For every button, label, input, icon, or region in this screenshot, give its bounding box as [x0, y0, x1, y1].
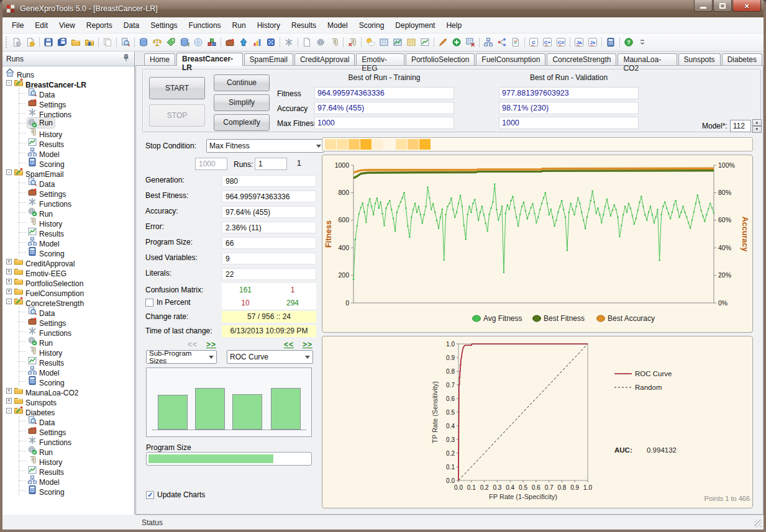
pin-icon[interactable] [122, 53, 130, 64]
model-spin-up-icon[interactable]: ▲ [752, 119, 762, 126]
tree-item-breastcancer-lr-data[interactable]: Data [2, 88, 134, 98]
history-stop-icon[interactable] [345, 35, 359, 49]
resize-grip[interactable] [754, 520, 762, 528]
tree-item-diabetes-data[interactable]: Data [2, 416, 134, 426]
menu-view[interactable]: View [53, 19, 81, 32]
collapse-icon[interactable]: - [6, 408, 12, 413]
dice-icon[interactable] [264, 35, 278, 49]
scoring-icon[interactable] [604, 35, 618, 49]
training-max-fitness-field[interactable]: 1000 [314, 117, 454, 129]
tab-portfolioselection[interactable]: PortfolioSelection [406, 53, 475, 65]
tree-project-concretestrength[interactable]: -ConcreteStrength [2, 297, 134, 307]
strip-cell-3[interactable] [360, 139, 372, 150]
report-icon[interactable] [509, 35, 522, 49]
tree-item-spamemail-data[interactable]: Data [2, 178, 134, 187]
tree-project-diabetes[interactable]: -Diabetes [2, 406, 134, 416]
code-js-icon[interactable]: Js [586, 35, 600, 49]
expand-icon[interactable]: + [6, 289, 12, 294]
tab-fuelconsumption[interactable]: FuelConsumption [476, 53, 545, 65]
strip-cell-8[interactable] [419, 139, 431, 150]
model-spin-down-icon[interactable]: ▼ [752, 126, 762, 133]
expand-icon[interactable]: + [6, 398, 12, 404]
runs-input[interactable]: 1 [255, 158, 287, 170]
scales-icon[interactable] [150, 35, 164, 49]
grid-yellow-icon[interactable] [404, 35, 418, 49]
tree-item-concretestrength-data[interactable]: Data [2, 307, 134, 317]
tree-item-concretestrength-model[interactable]: Model [2, 366, 134, 376]
tree-item-diabetes-results[interactable]: Results [2, 466, 134, 476]
collapse-icon[interactable]: - [6, 299, 12, 304]
folder-open-icon[interactable] [69, 35, 83, 49]
add-icon[interactable] [450, 35, 463, 49]
menu-data[interactable]: Data [118, 19, 145, 32]
gear-icon[interactable] [314, 35, 327, 49]
tree-item-breastcancer-lr-run[interactable]: Run [2, 118, 134, 128]
menu-model[interactable]: Model [322, 19, 353, 32]
complexify-button[interactable]: Complexify [214, 114, 270, 131]
menu-help[interactable]: Help [440, 19, 467, 32]
strip-cell-4[interactable] [372, 139, 383, 150]
menu-scoring[interactable]: Scoring [353, 19, 390, 32]
code-c-icon[interactable]: C [527, 35, 540, 49]
tab-diabetes[interactable]: Diabetes [722, 53, 762, 65]
tree-item-breastcancer-lr-history[interactable]: History [2, 128, 134, 138]
settings-icon[interactable] [223, 35, 237, 49]
functions-icon[interactable] [282, 35, 296, 49]
tree-item-spamemail-run[interactable]: Run [2, 207, 134, 217]
save-all-icon[interactable] [55, 35, 69, 49]
grid-icon[interactable] [377, 35, 391, 49]
expand-icon[interactable]: + [6, 279, 12, 284]
minimize-button[interactable] [694, 0, 713, 12]
tree-item-concretestrength-run[interactable]: Run [2, 336, 134, 346]
data-icon[interactable] [119, 35, 132, 49]
start-button[interactable]: START [149, 77, 205, 99]
history-icon[interactable] [327, 35, 341, 49]
update-charts-checkbox[interactable]: ✓ Update Charts [146, 490, 205, 499]
code-java-icon[interactable]: Ja [572, 35, 586, 49]
tab-spamemail[interactable]: SpamEmail [244, 53, 293, 65]
validation-accuracy-field[interactable]: 98.71% (230) [499, 102, 639, 114]
stop-value-input[interactable]: 1000 [195, 158, 227, 170]
strip-cell-5[interactable] [384, 139, 395, 150]
toolbar-grip[interactable] [6, 37, 8, 48]
chart-bars-icon[interactable] [250, 35, 264, 49]
tree-item-diabetes-scoring[interactable]: Scoring [2, 485, 134, 495]
collapse-icon[interactable]: - [6, 169, 12, 175]
tree-project-breastcancer-lr[interactable]: -BreastCancer-LR [2, 78, 134, 88]
tab-home[interactable]: Home [144, 53, 175, 65]
tree-item-breastcancer-lr-results[interactable]: Results [2, 138, 134, 148]
menu-functions[interactable]: Functions [183, 19, 227, 32]
weather-icon[interactable] [363, 35, 377, 49]
collapse-icon[interactable]: - [6, 80, 12, 86]
menu-run[interactable]: Run [227, 19, 252, 32]
continue-button[interactable]: Continue [214, 74, 270, 91]
left-chart-back-button[interactable]: << [188, 340, 198, 349]
chart-grid-icon[interactable] [391, 35, 404, 49]
strip-cell-0[interactable] [325, 139, 336, 150]
tree-item-spamemail-model[interactable]: Model [2, 237, 134, 247]
code-cpp-icon[interactable]: C+ [540, 35, 554, 49]
model-icon[interactable] [481, 35, 495, 49]
tree-item-breastcancer-lr-functions[interactable]: Functions [2, 108, 134, 118]
expand-icon[interactable]: + [6, 388, 12, 394]
tree-item-concretestrength-functions[interactable]: Functions [2, 327, 134, 336]
tree-item-concretestrength-results[interactable]: Results [2, 356, 134, 366]
tab-breastcancer-lr[interactable]: BreastCancer-LR [176, 53, 243, 66]
stop-button[interactable]: STOP [149, 104, 205, 127]
share-icon[interactable] [495, 35, 509, 49]
training-accuracy-field[interactable]: 97.64% (455) [314, 102, 454, 114]
code-cs-icon[interactable]: C# [554, 35, 568, 49]
tree-item-spamemail-history[interactable]: History [2, 217, 134, 227]
menu-settings[interactable]: Settings [145, 19, 183, 32]
right-chart-forward-button[interactable]: >> [303, 340, 312, 349]
brush-icon[interactable] [436, 35, 450, 49]
menu-deployment[interactable]: Deployment [390, 19, 440, 32]
document-icon[interactable] [300, 35, 314, 49]
help-icon[interactable]: ? [622, 35, 636, 49]
right-chart-back-button[interactable]: << [284, 340, 294, 349]
tree-item-diabetes-history[interactable]: History [2, 456, 134, 466]
folder-import-icon[interactable] [83, 35, 96, 49]
menu-edit[interactable]: Edit [29, 19, 53, 32]
model-number-input[interactable]: 112 [730, 120, 751, 132]
left-chart-selector[interactable]: Sub-Program Sizes [146, 350, 217, 364]
